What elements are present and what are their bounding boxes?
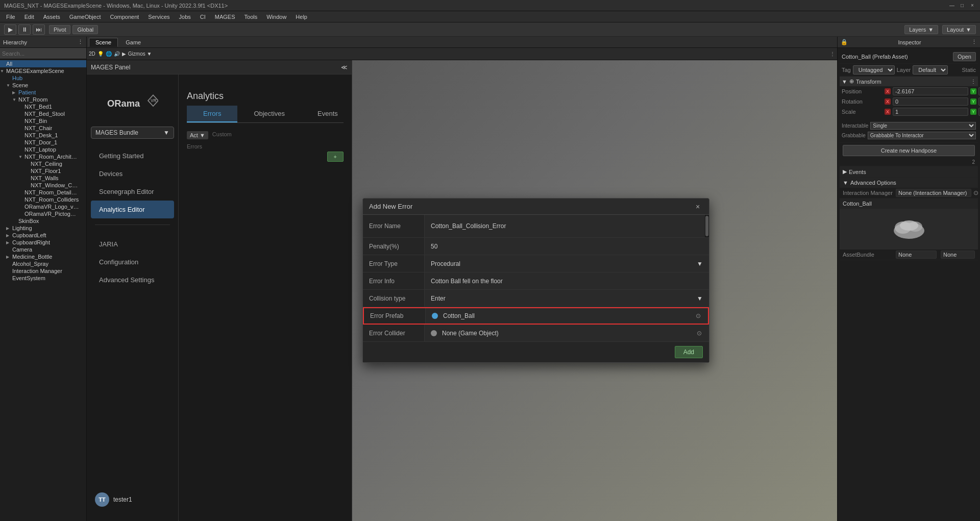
inspector-lock-icon[interactable]: 🔒 [841, 39, 848, 45]
play-button[interactable]: ▶ [4, 24, 16, 35]
create-handpose-button[interactable]: Create new Handpose [843, 145, 975, 156]
transform-options[interactable]: ⋮ [971, 79, 976, 84]
hierarchy-item-8[interactable]: NXT_Bin [0, 117, 86, 125]
assetbundle-input[interactable] [896, 251, 937, 259]
hierarchy-item-13[interactable]: ▼NXT_Room_Archit… [0, 153, 86, 160]
hierarchy-item-1[interactable]: ▼MAGESExampleScene [0, 67, 86, 75]
error-info-input[interactable] [431, 278, 703, 285]
analytics-tab-errors[interactable]: Errors [187, 106, 237, 122]
error-prefab-target[interactable]: ⊙ [695, 312, 702, 319]
scene-toolbar-fx[interactable]: 💡 [97, 51, 104, 57]
mages-nav-sec-jaria[interactable]: JARIA [91, 235, 174, 253]
hierarchy-item-30[interactable]: EventSystem [0, 275, 86, 282]
hierarchy-item-14[interactable]: NXT_Ceiling [0, 160, 86, 167]
hierarchy-item-28[interactable]: Alcohol_Spray [0, 260, 86, 267]
pivot-button[interactable]: Pivot [49, 25, 70, 34]
pause-button[interactable]: ⏸ [18, 24, 31, 35]
hierarchy-item-20[interactable]: ORamaVR_Logo_v… [0, 203, 86, 210]
analytics-tab-objectives[interactable]: Objectives [237, 106, 301, 122]
scene-toolbar-audio[interactable]: 🔊 [114, 51, 120, 57]
mages-nav-sec-configuration[interactable]: Configuration [91, 253, 174, 271]
hierarchy-item-15[interactable]: NXT_Floor1 [0, 167, 86, 175]
scene-toolbar-gizmos2[interactable]: Gizmos ▼ [128, 51, 152, 57]
hierarchy-item-6[interactable]: NXT_Bed1 [0, 103, 86, 110]
hierarchy-item-25[interactable]: ▶CupboardRight [0, 239, 86, 246]
hierarchy-item-19[interactable]: NXT_Room_Colliders [0, 196, 86, 203]
dialog-close-button[interactable]: × [693, 202, 703, 212]
inspector-open-button[interactable]: Open [953, 52, 976, 61]
hierarchy-item-2[interactable]: Hub [0, 75, 86, 82]
hierarchy-item-29[interactable]: Interaction Manager [0, 267, 86, 275]
mages-nav-sec-advanced-settings[interactable]: Advanced Settings [91, 271, 174, 289]
menu-item-tools[interactable]: Tools [240, 13, 262, 21]
error-type-value[interactable]: Procedural ▼ [424, 255, 709, 272]
menu-item-file[interactable]: File [2, 13, 19, 21]
mages-nav-analytics-editor[interactable]: Analytics Editor [91, 201, 174, 218]
error-name-input[interactable] [431, 222, 699, 230]
interaction-manager-target[interactable]: ⊙ [973, 189, 978, 196]
tag-dropdown[interactable]: Untagged [853, 65, 895, 75]
inspector-options[interactable]: ⋮ [971, 39, 977, 45]
mages-nav-scenegraph-editor[interactable]: Scenegraph Editor [91, 183, 174, 201]
hierarchy-item-0[interactable]: All [0, 60, 86, 67]
hierarchy-item-26[interactable]: Camera [0, 246, 86, 253]
scene-toolbar-options[interactable]: ⋮ [830, 51, 835, 57]
tab-game[interactable]: Game [119, 38, 148, 47]
analytics-tab-events[interactable]: Events [301, 106, 352, 122]
scene-toolbar-anim[interactable]: ▶ [122, 51, 126, 57]
error-type-dropdown[interactable]: Procedural ▼ [431, 260, 703, 267]
hierarchy-item-22[interactable]: SkinBox [0, 217, 86, 225]
mages-panel-close[interactable]: ≪ [341, 64, 348, 71]
mages-bundle-dropdown[interactable]: MAGES Bundle ▼ [91, 127, 174, 139]
scene-toolbar-gizmos[interactable]: 2D [89, 51, 95, 57]
events-section-header[interactable]: ▶ Events [840, 166, 978, 177]
menu-item-help[interactable]: Help [291, 13, 311, 21]
collision-type-dropdown[interactable]: Enter ▼ [431, 295, 703, 302]
layers-dropdown[interactable]: Layers ▼ [904, 25, 938, 34]
mages-nav-getting-started[interactable]: Getting Started [91, 147, 174, 165]
minimize-button[interactable]: — [948, 2, 955, 9]
layer-dropdown[interactable]: Default [913, 65, 948, 75]
scene-toolbar-skybox[interactable]: 🌐 [106, 51, 112, 57]
step-button[interactable]: ⏭ [33, 24, 45, 35]
close-button[interactable]: × [969, 2, 976, 9]
hierarchy-item-7[interactable]: NXT_Bed_Stool [0, 110, 86, 117]
hierarchy-item-11[interactable]: NXT_Door_1 [0, 139, 86, 146]
menu-item-gameobject[interactable]: GameObject [65, 13, 105, 21]
menu-item-assets[interactable]: Assets [39, 13, 64, 21]
rot-x-input[interactable] [893, 97, 968, 106]
menu-item-ci[interactable]: CI [196, 13, 210, 21]
menu-item-edit[interactable]: Edit [20, 13, 38, 21]
hierarchy-item-21[interactable]: ORamaVR_Pictog… [0, 210, 86, 217]
act-filter[interactable]: Act ▼ [187, 131, 208, 139]
global-button[interactable]: Global [72, 25, 98, 34]
hierarchy-item-5[interactable]: ▼NXT_Room [0, 96, 86, 103]
menu-item-services[interactable]: Services [144, 13, 174, 21]
penalty-input[interactable] [431, 243, 703, 250]
hierarchy-item-9[interactable]: NXT_Chair [0, 125, 86, 132]
menu-item-component[interactable]: Component [106, 13, 143, 21]
grabbable-dropdown[interactable]: Grabbable To Interactor [868, 132, 976, 139]
mages-nav-devices[interactable]: Devices [91, 165, 174, 183]
menu-item-window[interactable]: Window [262, 13, 290, 21]
hierarchy-item-12[interactable]: NXT_Laptop [0, 146, 86, 153]
layout-dropdown[interactable]: Layout ▼ [942, 25, 976, 34]
hierarchy-item-23[interactable]: ▶Lighting [0, 225, 86, 232]
maximize-button[interactable]: □ [959, 2, 966, 9]
scene-view[interactable]: ✋ ⊕ ↻ ⤢ ▭ ✦ ⬡ ✎ MAGES Panel ≪ [87, 60, 837, 521]
hierarchy-item-17[interactable]: NXT_Window_C… [0, 182, 86, 189]
collision-type-value[interactable]: Enter ▼ [424, 290, 709, 307]
add-error-button[interactable]: + [327, 152, 344, 162]
hierarchy-item-10[interactable]: NXT_Desk_1 [0, 132, 86, 139]
error-collider-target[interactable]: ⊙ [696, 330, 703, 337]
pos-x-input[interactable] [893, 87, 968, 95]
transform-header[interactable]: ▼ ⊕ Transform ⋮ [840, 77, 978, 86]
hierarchy-item-4[interactable]: ▶Patient [0, 89, 86, 96]
assetbundle-variant-input[interactable] [941, 251, 975, 259]
interactable-dropdown[interactable]: Single [870, 122, 976, 130]
hierarchy-item-3[interactable]: ▼Scene [0, 82, 86, 89]
hierarchy-item-27[interactable]: ▶Medicine_Bottle [0, 253, 86, 260]
hierarchy-search-input[interactable] [2, 51, 84, 57]
advanced-section-header[interactable]: ▼ Advanced Options [840, 178, 978, 188]
hierarchy-item-16[interactable]: NXT_Walls [0, 175, 86, 182]
